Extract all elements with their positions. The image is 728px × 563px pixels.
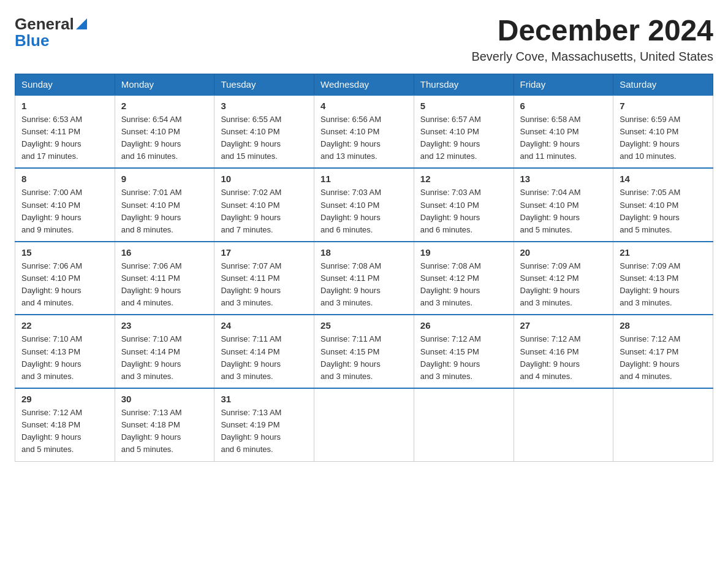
col-tuesday: Tuesday [214, 74, 314, 95]
day-number: 4 [320, 101, 408, 111]
svg-marker-0 [76, 18, 87, 29]
day-info: Sunrise: 7:10 AM Sunset: 4:14 PM Dayligh… [121, 333, 208, 383]
day-info: Sunrise: 7:12 AM Sunset: 4:17 PM Dayligh… [620, 333, 707, 383]
day-number: 1 [21, 101, 108, 111]
title-section: December 2024 Beverly Cove, Massachusett… [471, 15, 713, 64]
day-info: Sunrise: 7:01 AM Sunset: 4:10 PM Dayligh… [121, 186, 208, 236]
table-row: 15 Sunrise: 7:06 AM Sunset: 4:10 PM Dayl… [15, 242, 115, 315]
table-row: 21 Sunrise: 7:09 AM Sunset: 4:13 PM Dayl… [613, 242, 713, 315]
table-row: 3 Sunrise: 6:55 AM Sunset: 4:10 PM Dayli… [214, 95, 314, 169]
day-number: 22 [21, 320, 108, 331]
calendar-week-row: 8 Sunrise: 7:00 AM Sunset: 4:10 PM Dayli… [15, 168, 713, 242]
day-number: 12 [420, 174, 507, 184]
day-number: 27 [520, 320, 607, 331]
location-title: Beverly Cove, Massachusetts, United Stat… [471, 50, 713, 64]
col-saturday: Saturday [613, 74, 713, 95]
table-row: 22 Sunrise: 7:10 AM Sunset: 4:13 PM Dayl… [15, 315, 115, 388]
day-number: 24 [221, 320, 308, 331]
table-row: 10 Sunrise: 7:02 AM Sunset: 4:10 PM Dayl… [214, 168, 314, 242]
day-number: 31 [221, 394, 308, 404]
day-info: Sunrise: 7:11 AM Sunset: 4:15 PM Dayligh… [320, 333, 408, 383]
table-row: 16 Sunrise: 7:06 AM Sunset: 4:11 PM Dayl… [115, 242, 214, 315]
table-row: 6 Sunrise: 6:58 AM Sunset: 4:10 PM Dayli… [514, 95, 613, 169]
col-monday: Monday [115, 74, 214, 95]
day-info: Sunrise: 6:56 AM Sunset: 4:10 PM Dayligh… [320, 113, 408, 163]
table-row: 13 Sunrise: 7:04 AM Sunset: 4:10 PM Dayl… [514, 168, 613, 242]
table-row: 18 Sunrise: 7:08 AM Sunset: 4:11 PM Dayl… [314, 242, 414, 315]
table-row [514, 388, 613, 461]
day-number: 19 [420, 247, 507, 258]
day-info: Sunrise: 7:08 AM Sunset: 4:12 PM Dayligh… [420, 260, 507, 310]
day-info: Sunrise: 7:12 AM Sunset: 4:15 PM Dayligh… [420, 333, 507, 383]
day-info: Sunrise: 7:12 AM Sunset: 4:18 PM Dayligh… [21, 407, 108, 456]
day-number: 14 [620, 174, 707, 184]
table-row [314, 388, 414, 461]
day-number: 18 [320, 247, 408, 258]
day-info: Sunrise: 6:54 AM Sunset: 4:10 PM Dayligh… [121, 113, 208, 163]
day-info: Sunrise: 7:06 AM Sunset: 4:10 PM Dayligh… [21, 260, 108, 310]
day-number: 20 [520, 247, 607, 258]
day-number: 29 [21, 394, 108, 404]
table-row: 30 Sunrise: 7:13 AM Sunset: 4:18 PM Dayl… [115, 388, 214, 461]
day-info: Sunrise: 7:00 AM Sunset: 4:10 PM Dayligh… [21, 186, 108, 236]
day-info: Sunrise: 6:58 AM Sunset: 4:10 PM Dayligh… [520, 113, 607, 163]
table-row: 28 Sunrise: 7:12 AM Sunset: 4:17 PM Dayl… [613, 315, 713, 388]
day-number: 8 [21, 174, 108, 184]
day-info: Sunrise: 7:02 AM Sunset: 4:10 PM Dayligh… [221, 186, 308, 236]
day-info: Sunrise: 7:13 AM Sunset: 4:18 PM Dayligh… [121, 407, 208, 456]
day-number: 16 [121, 247, 208, 258]
day-number: 25 [320, 320, 408, 331]
day-info: Sunrise: 7:05 AM Sunset: 4:10 PM Dayligh… [620, 186, 707, 236]
day-number: 26 [420, 320, 507, 331]
table-row: 8 Sunrise: 7:00 AM Sunset: 4:10 PM Dayli… [15, 168, 115, 242]
table-row: 7 Sunrise: 6:59 AM Sunset: 4:10 PM Dayli… [613, 95, 713, 169]
day-info: Sunrise: 6:55 AM Sunset: 4:10 PM Dayligh… [221, 113, 308, 163]
table-row [613, 388, 713, 461]
day-number: 15 [21, 247, 108, 258]
day-info: Sunrise: 7:09 AM Sunset: 4:13 PM Dayligh… [620, 260, 707, 310]
calendar-week-row: 22 Sunrise: 7:10 AM Sunset: 4:13 PM Dayl… [15, 315, 713, 388]
day-info: Sunrise: 6:57 AM Sunset: 4:10 PM Dayligh… [420, 113, 507, 163]
day-info: Sunrise: 6:53 AM Sunset: 4:11 PM Dayligh… [21, 113, 108, 163]
calendar-week-row: 29 Sunrise: 7:12 AM Sunset: 4:18 PM Dayl… [15, 388, 713, 461]
day-info: Sunrise: 7:13 AM Sunset: 4:19 PM Dayligh… [221, 407, 308, 456]
logo-triangle [76, 18, 87, 32]
col-wednesday: Wednesday [314, 74, 414, 95]
day-number: 3 [221, 101, 308, 111]
day-info: Sunrise: 7:10 AM Sunset: 4:13 PM Dayligh… [21, 333, 108, 383]
table-row: 31 Sunrise: 7:13 AM Sunset: 4:19 PM Dayl… [214, 388, 314, 461]
day-info: Sunrise: 7:07 AM Sunset: 4:11 PM Dayligh… [221, 260, 308, 310]
day-number: 10 [221, 174, 308, 184]
day-info: Sunrise: 7:09 AM Sunset: 4:12 PM Dayligh… [520, 260, 607, 310]
day-number: 5 [420, 101, 507, 111]
calendar-week-row: 1 Sunrise: 6:53 AM Sunset: 4:11 PM Dayli… [15, 95, 713, 169]
table-row: 1 Sunrise: 6:53 AM Sunset: 4:11 PM Dayli… [15, 95, 115, 169]
calendar-table: Sunday Monday Tuesday Wednesday Thursday… [15, 74, 713, 462]
day-number: 28 [620, 320, 707, 331]
day-info: Sunrise: 7:04 AM Sunset: 4:10 PM Dayligh… [520, 186, 607, 236]
day-number: 6 [520, 101, 607, 111]
table-row: 20 Sunrise: 7:09 AM Sunset: 4:12 PM Dayl… [514, 242, 613, 315]
table-row: 14 Sunrise: 7:05 AM Sunset: 4:10 PM Dayl… [613, 168, 713, 242]
day-info: Sunrise: 7:06 AM Sunset: 4:11 PM Dayligh… [121, 260, 208, 310]
col-friday: Friday [514, 74, 613, 95]
logo: General Blue [15, 15, 87, 50]
logo-blue: Blue [15, 31, 49, 50]
table-row: 2 Sunrise: 6:54 AM Sunset: 4:10 PM Dayli… [115, 95, 214, 169]
day-number: 7 [620, 101, 707, 111]
day-number: 9 [121, 174, 208, 184]
table-row: 27 Sunrise: 7:12 AM Sunset: 4:16 PM Dayl… [514, 315, 613, 388]
day-number: 21 [620, 247, 707, 258]
table-row: 25 Sunrise: 7:11 AM Sunset: 4:15 PM Dayl… [314, 315, 414, 388]
calendar-header-row: Sunday Monday Tuesday Wednesday Thursday… [15, 74, 713, 95]
table-row: 4 Sunrise: 6:56 AM Sunset: 4:10 PM Dayli… [314, 95, 414, 169]
day-number: 17 [221, 247, 308, 258]
calendar-week-row: 15 Sunrise: 7:06 AM Sunset: 4:10 PM Dayl… [15, 242, 713, 315]
table-row: 29 Sunrise: 7:12 AM Sunset: 4:18 PM Dayl… [15, 388, 115, 461]
day-number: 23 [121, 320, 208, 331]
month-title: December 2024 [471, 15, 713, 47]
table-row: 11 Sunrise: 7:03 AM Sunset: 4:10 PM Dayl… [314, 168, 414, 242]
day-info: Sunrise: 7:12 AM Sunset: 4:16 PM Dayligh… [520, 333, 607, 383]
table-row: 9 Sunrise: 7:01 AM Sunset: 4:10 PM Dayli… [115, 168, 214, 242]
col-thursday: Thursday [414, 74, 514, 95]
